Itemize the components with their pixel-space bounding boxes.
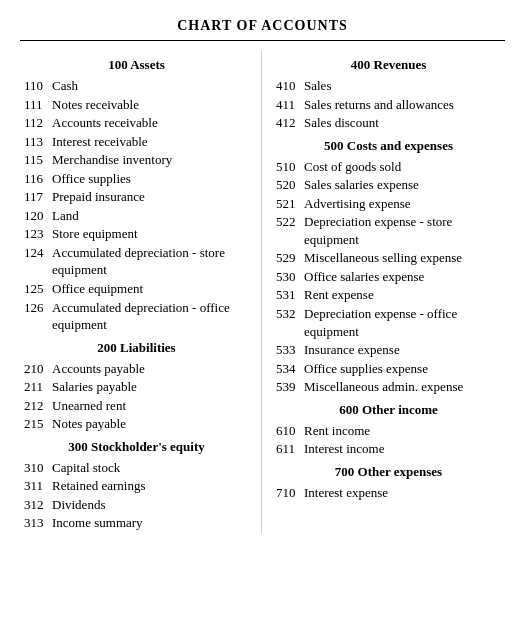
account-name: Notes receivable bbox=[52, 96, 249, 114]
account-row: 310Capital stock bbox=[24, 459, 249, 477]
account-row: 611Interest income bbox=[276, 440, 501, 458]
account-row: 510Cost of goods sold bbox=[276, 158, 501, 176]
account-name: Sales returns and allowances bbox=[304, 96, 501, 114]
account-number: 521 bbox=[276, 195, 304, 213]
title-divider bbox=[20, 40, 505, 41]
account-number: 211 bbox=[24, 378, 52, 396]
account-row: 529Miscellaneous selling expense bbox=[276, 249, 501, 267]
account-number: 533 bbox=[276, 341, 304, 359]
account-row: 410Sales bbox=[276, 77, 501, 95]
account-name: Dividends bbox=[52, 496, 249, 514]
account-row: 533Insurance expense bbox=[276, 341, 501, 359]
account-row: 115Merchandise inventory bbox=[24, 151, 249, 169]
account-row: 522Depreciation expense - store equipmen… bbox=[276, 213, 501, 248]
account-name: Land bbox=[52, 207, 249, 225]
account-name: Sales salaries expense bbox=[304, 176, 501, 194]
account-number: 530 bbox=[276, 268, 304, 286]
account-name: Store equipment bbox=[52, 225, 249, 243]
account-number: 113 bbox=[24, 133, 52, 151]
account-row: 312Dividends bbox=[24, 496, 249, 514]
account-name: Cash bbox=[52, 77, 249, 95]
account-row: 520Sales salaries expense bbox=[276, 176, 501, 194]
account-name: Office equipment bbox=[52, 280, 249, 298]
account-name: Cost of goods sold bbox=[304, 158, 501, 176]
account-row: 215Notes payable bbox=[24, 415, 249, 433]
account-number: 411 bbox=[276, 96, 304, 114]
account-number: 531 bbox=[276, 286, 304, 304]
account-number: 111 bbox=[24, 96, 52, 114]
account-number: 520 bbox=[276, 176, 304, 194]
account-name: Depreciation expense - office equipment bbox=[304, 305, 501, 340]
section-header: 200 Liabilities bbox=[24, 340, 249, 356]
account-name: Merchandise inventory bbox=[52, 151, 249, 169]
account-number: 529 bbox=[276, 249, 304, 267]
account-row: 117Prepaid insurance bbox=[24, 188, 249, 206]
account-number: 112 bbox=[24, 114, 52, 132]
account-row: 521Advertising expense bbox=[276, 195, 501, 213]
account-number: 610 bbox=[276, 422, 304, 440]
account-name: Sales bbox=[304, 77, 501, 95]
account-number: 412 bbox=[276, 114, 304, 132]
account-number: 611 bbox=[276, 440, 304, 458]
account-number: 212 bbox=[24, 397, 52, 415]
account-number: 116 bbox=[24, 170, 52, 188]
account-name: Sales discount bbox=[304, 114, 501, 132]
account-name: Accumulated depreciation - store equipme… bbox=[52, 244, 249, 279]
account-number: 126 bbox=[24, 299, 52, 334]
page-title: CHART OF ACCOUNTS bbox=[20, 18, 505, 34]
account-row: 211Salaries payable bbox=[24, 378, 249, 396]
account-number: 124 bbox=[24, 244, 52, 279]
account-name: Interest expense bbox=[304, 484, 501, 502]
account-number: 117 bbox=[24, 188, 52, 206]
account-row: 313Income summary bbox=[24, 514, 249, 532]
account-number: 410 bbox=[276, 77, 304, 95]
account-name: Office supplies expense bbox=[304, 360, 501, 378]
columns-container: 100 Assets110Cash111Notes receivable112A… bbox=[20, 51, 505, 533]
account-number: 110 bbox=[24, 77, 52, 95]
account-row: 710Interest expense bbox=[276, 484, 501, 502]
account-row: 112Accounts receivable bbox=[24, 114, 249, 132]
account-number: 534 bbox=[276, 360, 304, 378]
right-column: 400 Revenues410Sales411Sales returns and… bbox=[262, 51, 505, 533]
account-name: Accounts payable bbox=[52, 360, 249, 378]
account-row: 125Office equipment bbox=[24, 280, 249, 298]
account-number: 522 bbox=[276, 213, 304, 248]
section-header: 100 Assets bbox=[24, 57, 249, 73]
page: CHART OF ACCOUNTS 100 Assets110Cash111No… bbox=[0, 0, 525, 551]
account-number: 215 bbox=[24, 415, 52, 433]
account-row: 534Office supplies expense bbox=[276, 360, 501, 378]
account-number: 313 bbox=[24, 514, 52, 532]
account-number: 532 bbox=[276, 305, 304, 340]
section-header: 400 Revenues bbox=[276, 57, 501, 73]
account-row: 610Rent income bbox=[276, 422, 501, 440]
account-name: Income summary bbox=[52, 514, 249, 532]
account-name: Insurance expense bbox=[304, 341, 501, 359]
account-name: Miscellaneous admin. expense bbox=[304, 378, 501, 396]
account-number: 312 bbox=[24, 496, 52, 514]
account-row: 113Interest receivable bbox=[24, 133, 249, 151]
account-row: 120Land bbox=[24, 207, 249, 225]
section-header: 300 Stockholder's equity bbox=[24, 439, 249, 455]
account-name: Advertising expense bbox=[304, 195, 501, 213]
account-name: Depreciation expense - store equipment bbox=[304, 213, 501, 248]
account-row: 212Unearned rent bbox=[24, 397, 249, 415]
account-row: 210Accounts payable bbox=[24, 360, 249, 378]
account-row: 531Rent expense bbox=[276, 286, 501, 304]
account-number: 510 bbox=[276, 158, 304, 176]
section-header: 600 Other income bbox=[276, 402, 501, 418]
account-row: 124Accumulated depreciation - store equi… bbox=[24, 244, 249, 279]
account-number: 310 bbox=[24, 459, 52, 477]
account-name: Accounts receivable bbox=[52, 114, 249, 132]
account-name: Office salaries expense bbox=[304, 268, 501, 286]
account-row: 111Notes receivable bbox=[24, 96, 249, 114]
account-name: Rent income bbox=[304, 422, 501, 440]
section-header: 500 Costs and expenses bbox=[276, 138, 501, 154]
account-name: Interest income bbox=[304, 440, 501, 458]
account-name: Accumulated depreciation - office equipm… bbox=[52, 299, 249, 334]
account-name: Retained earnings bbox=[52, 477, 249, 495]
account-name: Prepaid insurance bbox=[52, 188, 249, 206]
account-number: 210 bbox=[24, 360, 52, 378]
account-number: 120 bbox=[24, 207, 52, 225]
account-name: Rent expense bbox=[304, 286, 501, 304]
account-name: Salaries payable bbox=[52, 378, 249, 396]
